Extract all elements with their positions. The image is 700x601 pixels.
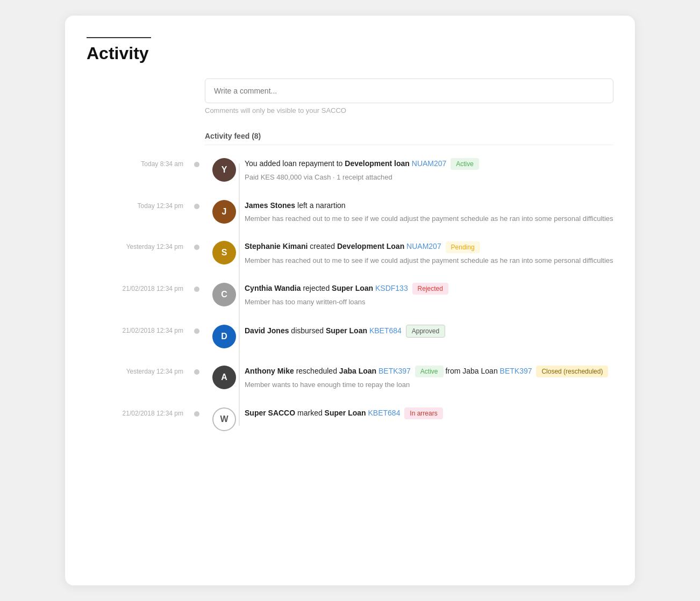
activity-card: Activity Comments will only be visible t… bbox=[65, 16, 635, 585]
feed-item: Yesterday 12:34 pmSStephanie Kimani crea… bbox=[87, 241, 613, 266]
feed-sub-text: Member wants to have enough time to repa… bbox=[245, 380, 613, 390]
loan-link-extra[interactable]: BETK397 bbox=[500, 367, 532, 375]
feed-content: James Stones left a narartionMember has … bbox=[245, 200, 613, 224]
feed-main-text: David Jones disbursed Super Loan KBET684… bbox=[245, 325, 613, 338]
feed-content: Cynthia Wandia rejected Super Loan KSDF1… bbox=[245, 283, 613, 307]
extra-status-badge: Closed (rescheduled) bbox=[536, 366, 608, 377]
feed-timestamp: Yesterday 12:34 pm bbox=[87, 241, 194, 251]
avatar: Y bbox=[212, 158, 236, 182]
feed-item: Yesterday 12:34 pmAAnthony Mike reschedu… bbox=[87, 366, 613, 390]
feed-item: Today 8:34 amYYou added loan repayment t… bbox=[87, 158, 613, 183]
avatar: J bbox=[212, 200, 236, 224]
feed-main-text: Cynthia Wandia rejected Super Loan KSDF1… bbox=[245, 283, 613, 295]
feed-item: Today 12:34 pmJJames Stones left a narar… bbox=[87, 200, 613, 224]
feed-timestamp: Yesterday 12:34 pm bbox=[87, 366, 194, 375]
feed-timestamp: 21/02/2018 12:34 pm bbox=[87, 325, 194, 334]
feed-item: 21/02/2018 12:34 pmDDavid Jones disburse… bbox=[87, 325, 613, 348]
loan-link[interactable]: KBET684 bbox=[368, 409, 401, 417]
feed-main-text: Super SACCO marked Super Loan KBET684 In… bbox=[245, 407, 613, 419]
timeline-dot bbox=[194, 287, 199, 292]
feed-content: Anthony Mike rescheduled Jaba Loan BETK3… bbox=[245, 366, 613, 390]
activity-feed: Today 8:34 amYYou added loan repayment t… bbox=[87, 158, 613, 431]
feed-main-text: Stephanie Kimani created Development Loa… bbox=[245, 241, 613, 253]
feed-timestamp: Today 8:34 am bbox=[87, 158, 194, 168]
loan-link[interactable]: BETK397 bbox=[378, 367, 411, 375]
comment-section bbox=[205, 78, 613, 103]
avatar: A bbox=[212, 366, 236, 389]
loan-link[interactable]: NUAM207 bbox=[406, 242, 441, 251]
feed-sub-text: Member has too many written-off loans bbox=[245, 297, 613, 307]
feed-sub-text: Member has reached out to me to see if w… bbox=[245, 255, 613, 266]
feed-main-text: Anthony Mike rescheduled Jaba Loan BETK3… bbox=[245, 366, 613, 377]
feed-content: Stephanie Kimani created Development Loa… bbox=[245, 241, 613, 266]
feed-main-text: You added loan repayment to Development … bbox=[245, 158, 613, 170]
avatar: S bbox=[212, 241, 236, 264]
timeline-dot bbox=[194, 411, 199, 417]
feed-content: Super SACCO marked Super Loan KBET684 In… bbox=[245, 407, 613, 421]
feed-sub-text: Paid KES 480,000 via Cash · 1 receipt at… bbox=[245, 172, 613, 183]
comment-input[interactable] bbox=[205, 78, 613, 103]
status-badge: Active bbox=[451, 158, 479, 170]
status-badge: In arrears bbox=[404, 407, 442, 419]
status-badge: Active bbox=[415, 366, 444, 377]
feed-item: 21/02/2018 12:34 pmWSuper SACCO marked S… bbox=[87, 407, 613, 431]
feed-title: Activity feed (8) bbox=[205, 132, 613, 145]
avatar: D bbox=[212, 325, 236, 348]
title-underline bbox=[87, 37, 151, 38]
timeline-dot bbox=[194, 162, 199, 167]
loan-link[interactable]: NUAM207 bbox=[412, 159, 447, 168]
timeline-dot bbox=[194, 328, 199, 334]
feed-timestamp: 21/02/2018 12:34 pm bbox=[87, 283, 194, 292]
feed-content: David Jones disbursed Super Loan KBET684… bbox=[245, 325, 613, 340]
loan-link[interactable]: KBET684 bbox=[369, 326, 402, 335]
timeline-dot bbox=[194, 245, 199, 250]
timeline-dot bbox=[194, 369, 199, 375]
feed-content: You added loan repayment to Development … bbox=[245, 158, 613, 183]
avatar: C bbox=[212, 283, 236, 306]
feed-timestamp: 21/02/2018 12:34 pm bbox=[87, 407, 194, 417]
feed-sub-text: Member has reached out to me to see if w… bbox=[245, 213, 613, 224]
timeline-dot bbox=[194, 204, 199, 209]
status-badge: Approved bbox=[406, 325, 445, 338]
status-badge: Rejected bbox=[412, 283, 448, 295]
comment-hint: Comments will only be visible to your SA… bbox=[205, 106, 613, 115]
page-title: Activity bbox=[87, 44, 613, 63]
feed-timestamp: Today 12:34 pm bbox=[87, 200, 194, 210]
loan-link[interactable]: KSDF133 bbox=[375, 284, 408, 292]
avatar: W bbox=[212, 407, 236, 431]
status-badge: Pending bbox=[446, 241, 480, 253]
feed-item: 21/02/2018 12:34 pmCCynthia Wandia rejec… bbox=[87, 283, 613, 307]
feed-main-text: James Stones left a narartion bbox=[245, 200, 613, 211]
